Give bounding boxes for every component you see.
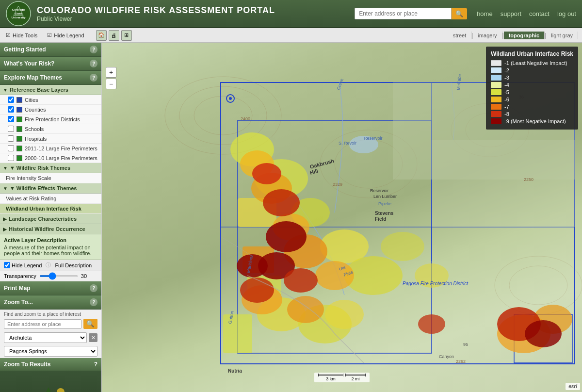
hide-tools-button[interactable]: ☑ Hide Tools xyxy=(4,31,39,39)
toolbar-icons: 🏠 🖨 ⊞ xyxy=(96,30,132,41)
svg-text:State: State xyxy=(15,12,22,15)
getting-started-section[interactable]: Getting Started ? xyxy=(0,43,101,57)
layer-fire-protection-label: Fire Protection Districts xyxy=(25,116,80,122)
toolbar-bookmark-icon[interactable]: ⊞ xyxy=(121,30,132,41)
legend-title: Wildland Urban Interface Risk xyxy=(491,50,573,57)
zoom-find-label: Find and zoom to a place of interest xyxy=(4,311,97,317)
legend-swatch-2 xyxy=(491,67,501,73)
legend-row-9: -9 (Most Negative Impact) xyxy=(491,118,573,124)
explore-themes-label: Explore Map Themes xyxy=(4,74,62,81)
layer-hospitals-color xyxy=(16,136,22,142)
county-clear-button[interactable]: ✕ xyxy=(89,333,97,342)
toolbar-home-icon[interactable]: 🏠 xyxy=(96,30,107,41)
layer-counties-checkbox[interactable] xyxy=(8,106,14,113)
zoom-search-input[interactable] xyxy=(4,319,81,329)
legend-row-2: -2 xyxy=(491,67,573,73)
layer-hospitals: Hospitals xyxy=(0,134,101,144)
layer-fire-protection: Fire Protection Districts xyxy=(0,114,101,124)
wildfire-effects-subsection[interactable]: ▼ ▼ Wildfire Effects Themes xyxy=(0,183,101,194)
layer-schools-color xyxy=(16,126,22,132)
county-dropdown[interactable]: Archuleta xyxy=(4,332,87,343)
layer-fire-protection-checkbox[interactable] xyxy=(8,116,14,122)
header-search-input[interactable] xyxy=(355,8,452,19)
wildfire-effects-arrow: ▼ xyxy=(3,186,8,191)
whats-your-risk-section[interactable]: What's Your Risk? ? xyxy=(0,57,101,71)
layer-fire-2011-checkbox[interactable] xyxy=(8,145,14,151)
layer-schools-checkbox[interactable] xyxy=(8,126,14,132)
header-logo: Colorado State University xyxy=(6,1,31,26)
wildfire-risk-subsection[interactable]: ▼ ▼ Wildfire Risk Themes xyxy=(0,163,101,173)
hide-legend-checkbox[interactable] xyxy=(4,262,10,268)
basemap-topographic[interactable]: topographic xyxy=(504,32,545,39)
map-container[interactable]: Oakbrush Hill Stevens Field S. Revoir Re… xyxy=(102,43,582,392)
legend-swatch-3 xyxy=(491,75,501,81)
legend-row-6: -6 xyxy=(491,97,573,102)
explore-themes-help-icon[interactable]: ? xyxy=(90,74,97,82)
header-titles: COLORADO WILDFIRE RISK ASSESSMENT PORTAL… xyxy=(37,5,355,22)
print-map-section[interactable]: Print Map ? xyxy=(0,281,101,295)
basemap-street[interactable]: street xyxy=(448,32,472,39)
layer-cities-checkbox[interactable] xyxy=(8,97,14,103)
layer-cities-color xyxy=(16,97,22,103)
legend-label-3: -3 xyxy=(504,75,509,81)
nav-home[interactable]: home xyxy=(477,10,493,17)
layer-fire-2000-checkbox[interactable] xyxy=(8,155,14,161)
layer-cities-label: Cities xyxy=(25,97,38,103)
city-dropdown[interactable]: Pagosa Springs xyxy=(4,346,97,357)
nav-logout[interactable]: log out xyxy=(557,10,576,17)
header: Colorado State University COLORADO WILDF… xyxy=(0,0,582,28)
whats-your-risk-help-icon[interactable]: ? xyxy=(90,60,97,67)
layer-cities: Cities xyxy=(0,95,101,105)
zoom-to-section[interactable]: Zoom To... ? xyxy=(0,295,101,310)
getting-started-help-icon[interactable]: ? xyxy=(90,46,97,53)
base-layers-subsection[interactable]: ▼ Reference Base Layers xyxy=(0,85,101,95)
layer-fire-2011-color xyxy=(16,146,22,151)
map-zoom-controls: + − xyxy=(106,67,116,89)
historical-subsection[interactable]: ▶ Historical Wildfire Occurrence xyxy=(0,224,101,234)
zoom-results-help-icon[interactable]: ? xyxy=(94,361,97,368)
layer-values-at-risk[interactable]: Values at Risk Rating xyxy=(0,194,101,204)
basemap-lightgray[interactable]: light gray xyxy=(546,32,578,39)
layer-wui-label: Wildland Urban Interface Risk xyxy=(6,206,81,212)
zoom-results-section[interactable]: Zoom To Results ? xyxy=(0,358,101,371)
layer-schools-label: Schools xyxy=(25,126,44,132)
header-search-button[interactable]: 🔍 xyxy=(452,8,467,19)
landscape-subsection[interactable]: ▶ Landscape Characteristics xyxy=(0,214,101,224)
nav-support[interactable]: support xyxy=(501,10,521,17)
zoom-in-button[interactable]: + xyxy=(106,67,116,78)
legend-swatch-1 xyxy=(491,60,501,66)
full-desc-btn[interactable]: Full Description xyxy=(55,262,92,268)
legend-row-7: -7 xyxy=(491,104,573,110)
toolbar-print-icon[interactable]: 🖨 xyxy=(109,30,119,41)
layer-hospitals-checkbox[interactable] xyxy=(8,135,14,142)
legend-swatch-5 xyxy=(491,89,501,95)
hide-legend-label: Hide Legend xyxy=(54,33,84,38)
legend-swatch-4 xyxy=(491,82,501,88)
svg-marker-5 xyxy=(39,387,58,392)
header-title-sub: Public Viewer xyxy=(37,16,355,22)
layer-fire-2000-color xyxy=(16,155,22,161)
nav-contact[interactable]: contact xyxy=(529,10,550,17)
hide-legend-button[interactable]: ☑ Hide Legend xyxy=(45,31,86,39)
svg-text:Colorado: Colorado xyxy=(12,8,25,11)
legend-label-8: -8 xyxy=(504,111,509,117)
layer-wui[interactable]: Wildland Urban Interface Risk xyxy=(0,204,101,214)
print-map-help-icon[interactable]: ? xyxy=(90,284,97,292)
layer-fire-2011: 2011-12 Large Fire Perimeters xyxy=(0,144,101,153)
main: Getting Started ? What's Your Risk? ? Ex… xyxy=(0,43,582,392)
basemap-imagery[interactable]: imagery xyxy=(473,32,502,39)
zoom-search-button[interactable]: 🔍 xyxy=(83,319,97,329)
sidebar: Getting Started ? What's Your Risk? ? Ex… xyxy=(0,43,102,392)
zoom-to-help-icon[interactable]: ? xyxy=(90,298,97,306)
legend-label-5: -5 xyxy=(504,89,509,95)
legend-swatch-8 xyxy=(491,111,501,117)
getting-started-label: Getting Started xyxy=(4,46,46,53)
transparency-slider[interactable] xyxy=(39,275,78,277)
active-layer-desc-text: A measure of the potential impact on peo… xyxy=(4,245,97,256)
transparency-label: Transparency xyxy=(4,273,36,279)
layer-counties-color xyxy=(16,107,22,113)
layer-fire-intensity[interactable]: Fire Intensity Scale xyxy=(0,173,101,183)
explore-themes-section[interactable]: Explore Map Themes ? xyxy=(0,71,101,85)
transparency-value: 30 xyxy=(81,273,87,279)
zoom-out-button[interactable]: − xyxy=(106,79,116,89)
